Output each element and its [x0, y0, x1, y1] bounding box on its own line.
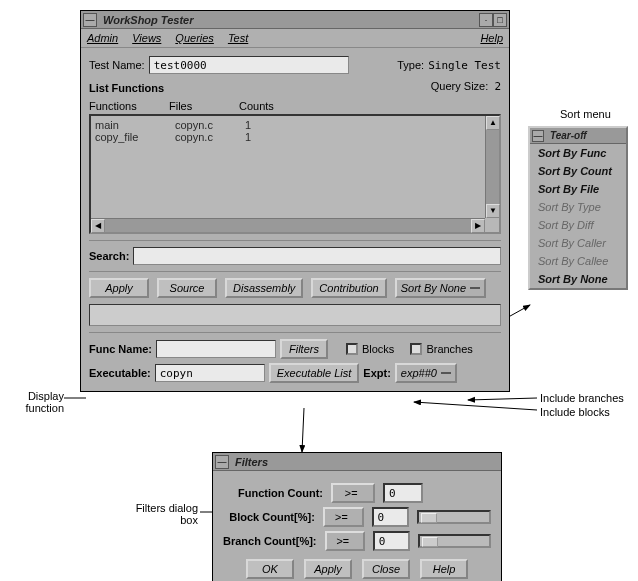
function-count-value[interactable]: 0 [383, 483, 423, 503]
filters-button[interactable]: Filters [280, 339, 328, 359]
block-count-label: Block Count[%]: [223, 511, 315, 523]
block-count-op[interactable]: >= [323, 507, 364, 527]
block-count-slider[interactable] [417, 510, 491, 524]
block-count-value[interactable]: 0 [372, 507, 410, 527]
cell-fn: main [95, 119, 175, 131]
sort-tearoff-menu: — Tear-off Sort By FuncSort By CountSort… [528, 126, 628, 290]
func-name-field[interactable] [156, 340, 276, 358]
header-files: Files [169, 100, 239, 112]
branch-count-value[interactable]: 0 [373, 531, 410, 551]
menu-help[interactable]: Help [480, 32, 503, 44]
scroll-track[interactable] [486, 130, 499, 204]
cell-count: 1 [245, 119, 285, 131]
apply-button[interactable]: Apply [89, 278, 149, 298]
sort-menu-item[interactable]: Sort By Count [530, 162, 626, 180]
tearoff-titlebar[interactable]: — Tear-off [530, 128, 626, 144]
list-row[interactable]: copy_file copyn.c 1 [95, 131, 495, 143]
scroll-left-icon[interactable]: ◀ [91, 219, 105, 233]
sort-menu-item: Sort By Callee [530, 252, 626, 270]
main-title: WorkShop Tester [97, 14, 479, 26]
annotation-filters-dialog: Filters dialog box [108, 502, 198, 526]
window-menu-icon[interactable]: — [532, 130, 544, 142]
cell-file: copyn.c [175, 119, 245, 131]
separator [89, 271, 501, 272]
cell-fn: copy_file [95, 131, 175, 143]
expt-label: Expt: [363, 367, 391, 379]
separator [89, 332, 501, 333]
main-titlebar[interactable]: — WorkShop Tester · □ [81, 11, 509, 29]
menu-views[interactable]: Views [132, 32, 161, 44]
svg-line-2 [468, 398, 537, 400]
vertical-scrollbar[interactable]: ▲ ▼ [485, 116, 499, 218]
query-size-value: 2 [494, 80, 501, 93]
branch-count-slider[interactable] [418, 534, 491, 548]
menu-queries[interactable]: Queries [175, 32, 214, 44]
disassembly-button[interactable]: Disassembly [225, 278, 303, 298]
scroll-down-icon[interactable]: ▼ [486, 204, 500, 218]
op-text: >= [345, 487, 358, 499]
list-content: main copyn.c 1 copy_file copyn.c 1 [91, 116, 499, 232]
branches-checkbox[interactable] [410, 343, 422, 355]
sort-menu-item[interactable]: Sort By Func [530, 144, 626, 162]
op-text: >= [335, 511, 348, 523]
svg-line-4 [302, 408, 304, 452]
slider-thumb[interactable] [421, 513, 437, 523]
sort-menu-item: Sort By Type [530, 198, 626, 216]
message-area [89, 304, 501, 326]
sort-menu-item[interactable]: Sort By File [530, 180, 626, 198]
menu-test[interactable]: Test [228, 32, 248, 44]
filters-title: Filters [229, 456, 499, 468]
menu-admin[interactable]: Admin [87, 32, 118, 44]
main-window: — WorkShop Tester · □ Admin Views Querie… [80, 10, 510, 392]
function-list[interactable]: main copyn.c 1 copy_file copyn.c 1 ▲ ▼ ◀… [89, 114, 501, 234]
slider-thumb[interactable] [422, 537, 438, 547]
function-count-label: Function Count: [223, 487, 323, 499]
minimize-icon[interactable]: · [479, 13, 493, 27]
branches-label: Branches [426, 343, 472, 355]
function-count-op[interactable]: >= [331, 483, 375, 503]
executable-field[interactable]: copyn [155, 364, 265, 382]
svg-line-3 [414, 402, 537, 410]
executable-label: Executable: [89, 367, 151, 379]
list-row[interactable]: main copyn.c 1 [95, 119, 495, 131]
test-name-field[interactable]: test0000 [149, 56, 349, 74]
expt-option-menu[interactable]: exp##0 [395, 363, 457, 383]
tearoff-title: Tear-off [544, 130, 624, 141]
filters-titlebar[interactable]: — Filters [213, 453, 501, 471]
option-indicator-icon [470, 287, 480, 289]
annotation-include-branches: Include branches [540, 392, 624, 404]
branch-count-label: Branch Count[%]: [223, 535, 317, 547]
sort-menu-item: Sort By Caller [530, 234, 626, 252]
menubar-spacer [262, 32, 466, 44]
filters-close-button[interactable]: Close [362, 559, 410, 579]
filters-apply-button[interactable]: Apply [304, 559, 352, 579]
executable-list-button[interactable]: Executable List [269, 363, 360, 383]
scroll-up-icon[interactable]: ▲ [486, 116, 500, 130]
scroll-right-icon[interactable]: ▶ [471, 219, 485, 233]
header-functions: Functions [89, 100, 169, 112]
window-menu-icon[interactable]: — [83, 13, 97, 27]
sort-menu-item: Sort By Diff [530, 216, 626, 234]
sort-menu-item[interactable]: Sort By None [530, 270, 626, 288]
sort-option-menu[interactable]: Sort By None [395, 278, 486, 298]
blocks-checkbox[interactable] [346, 343, 358, 355]
search-field[interactable] [133, 247, 501, 265]
window-menu-icon[interactable]: — [215, 455, 229, 469]
type-value: Single Test [428, 59, 501, 72]
scroll-track[interactable] [105, 219, 471, 232]
type-label: Type: [397, 59, 424, 71]
sort-option-label: Sort By None [401, 282, 466, 294]
source-button[interactable]: Source [157, 278, 217, 298]
cell-count: 1 [245, 131, 285, 143]
contribution-button[interactable]: Contribution [311, 278, 386, 298]
separator [89, 240, 501, 241]
filters-help-button[interactable]: Help [420, 559, 468, 579]
header-counts: Counts [239, 100, 299, 112]
maximize-icon[interactable]: □ [493, 13, 507, 27]
filters-ok-button[interactable]: OK [246, 559, 294, 579]
list-functions-title: List Functions [89, 82, 164, 94]
option-indicator-icon [441, 372, 451, 374]
annotation-sort-menu: Sort menu [560, 108, 611, 120]
branch-count-op[interactable]: >= [325, 531, 365, 551]
horizontal-scrollbar[interactable]: ◀ ▶ [91, 218, 485, 232]
